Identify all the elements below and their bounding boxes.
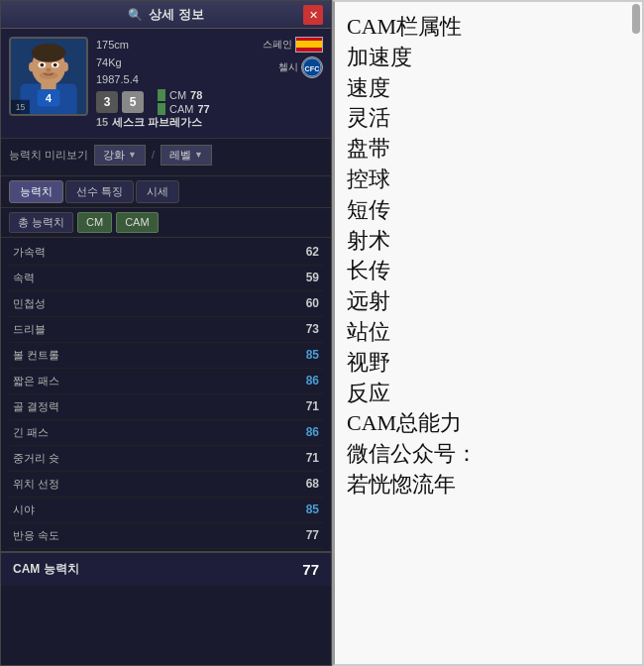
player-photo: 4 15: [9, 37, 88, 116]
strengthen-dropdown[interactable]: 강화 ▼: [94, 145, 146, 166]
spain-flag: [295, 37, 323, 53]
stat-value: 77: [289, 528, 319, 542]
cm-bar: [158, 89, 165, 101]
main-panel: 🔍 상세 정보 ✕: [0, 0, 332, 666]
player-birthdate: 1987.5.4: [96, 71, 139, 89]
right-panel: CAM栏属性加速度速度灵活盘带控球短传射术长传远射站位视野反应CAM总能力微信公…: [332, 0, 644, 666]
filter-cam[interactable]: CAM: [116, 212, 158, 233]
preview-label: 능력치 미리보기: [9, 148, 88, 163]
stat-item: 가속력62: [9, 240, 323, 266]
info-line: 短传: [347, 195, 630, 226]
info-line: CAM总能力: [347, 408, 630, 439]
stat-value: 85: [289, 348, 319, 362]
stat-value: 85: [289, 502, 319, 516]
club-badge: CFC: [301, 56, 323, 78]
player-name-row: 15 세스크 파브레가스: [96, 115, 323, 130]
stat-name: 위치 선정: [13, 477, 59, 492]
controls-row: 능력치 미리보기 강화 ▼ / 레벨 ▼: [9, 145, 323, 166]
stat-value: 68: [289, 477, 319, 491]
player-name: 세스크 파브레가스: [112, 115, 202, 130]
info-line: 站位: [347, 317, 630, 348]
cm-value: 78: [190, 89, 202, 101]
svg-point-4: [32, 44, 65, 62]
stat-name: 긴 패스: [13, 425, 49, 440]
info-line: 反应: [347, 379, 630, 409]
info-line: 长传: [347, 256, 630, 286]
stat-name: 드리블: [13, 322, 46, 337]
info-line: 若恍惚流年: [347, 470, 630, 500]
strengthen-arrow: ▼: [128, 150, 137, 160]
stat-value: 73: [289, 322, 319, 336]
pos-stat-cm: CM 78: [158, 89, 210, 101]
cam-value: 77: [197, 103, 209, 115]
window-title: 상세 정보: [149, 6, 204, 24]
svg-text:4: 4: [46, 92, 53, 104]
stat-name: 반응 속도: [13, 528, 59, 543]
player-physical: 175cm 74Kg 1987.5.4: [96, 37, 139, 89]
stat-name: 골 결정력: [13, 399, 59, 414]
stat-value: 71: [289, 399, 319, 413]
tabs-row: 능력치 선수 특징 시세: [1, 176, 331, 208]
stat-item: 시야85: [9, 498, 323, 523]
nation-label: 스페인: [263, 38, 292, 52]
level-dropdown[interactable]: 레벨 ▼: [161, 145, 212, 166]
stat-value: 59: [289, 271, 319, 284]
stats-list: 가속력62속력59민첩성60드리블73볼 컨트롤85짧은 패스86골 결정력71…: [1, 238, 331, 551]
svg-point-12: [47, 67, 52, 71]
club-label: 첼시: [278, 60, 298, 74]
info-line: 盘带: [347, 134, 630, 165]
total-value: 77: [302, 561, 319, 578]
stat-value: 86: [289, 425, 319, 439]
stat-item: 짧은 패스86: [9, 369, 323, 394]
filter-row: 총 능력치 CM CAM: [1, 208, 331, 238]
position-stats: CM 78 CAM 77: [158, 89, 210, 115]
stat-name: 시야: [13, 502, 35, 517]
info-line: 速度: [347, 73, 630, 104]
stat-value: 71: [289, 451, 319, 465]
player-number-badge: 15: [96, 116, 108, 128]
scrollbar[interactable]: [632, 4, 640, 34]
stat-item: 드리블73: [9, 317, 323, 343]
stat-item: 민첩성60: [9, 291, 323, 317]
player-nation: 스페인 첼시 CFC: [263, 37, 323, 78]
filter-cm[interactable]: CM: [77, 212, 112, 233]
info-line: 加速度: [347, 43, 630, 73]
stat-item: 위치 선정68: [9, 472, 323, 498]
ratings-row: 3 5 CM 78 CAM 77: [96, 89, 323, 115]
cam-bar: [158, 103, 165, 115]
player-weight: 74Kg: [96, 55, 139, 72]
info-line: CAM栏属性: [347, 12, 630, 43]
stat-name: 가속력: [13, 245, 46, 260]
stat-total: CAM 능력치 77: [1, 551, 331, 586]
stat-item: 중거리 슛71: [9, 446, 323, 472]
tab-ability[interactable]: 능력치: [9, 180, 63, 203]
player-height: 175cm: [96, 37, 139, 55]
player-info-section: 4 15 175cm 74Kg 1987.5.4 스페인: [1, 29, 331, 139]
tab-player-trait[interactable]: 선수 특징: [65, 180, 134, 203]
rating-box-5: 5: [122, 91, 144, 113]
level-arrow: ▼: [194, 150, 203, 160]
title-bar: 🔍 상세 정보 ✕: [1, 1, 331, 29]
tab-price[interactable]: 시세: [136, 180, 179, 203]
info-line: 视野: [347, 348, 630, 379]
svg-point-9: [40, 63, 44, 67]
stat-value: 86: [289, 374, 319, 388]
stat-item: 반응 속도77: [9, 523, 323, 549]
info-line: 射术: [347, 226, 630, 257]
cm-label: CM: [169, 89, 186, 101]
stat-item: 속력59: [9, 266, 323, 291]
svg-text:CFC: CFC: [305, 64, 321, 73]
svg-text:15: 15: [16, 102, 26, 112]
info-line: 远射: [347, 286, 630, 317]
close-button[interactable]: ✕: [303, 5, 323, 25]
svg-point-6: [62, 62, 68, 72]
player-details: 175cm 74Kg 1987.5.4 스페인 첼시 CFC: [96, 37, 323, 130]
filter-all[interactable]: 총 능력치: [9, 212, 73, 233]
stat-value: 60: [289, 296, 319, 310]
stat-value: 62: [289, 245, 319, 259]
total-label: CAM 능력치: [13, 561, 79, 578]
stat-name: 속력: [13, 271, 35, 285]
rating-box-3: 3: [96, 91, 118, 113]
stat-name: 중거리 슛: [13, 451, 59, 466]
info-line: 灵活: [347, 103, 630, 134]
